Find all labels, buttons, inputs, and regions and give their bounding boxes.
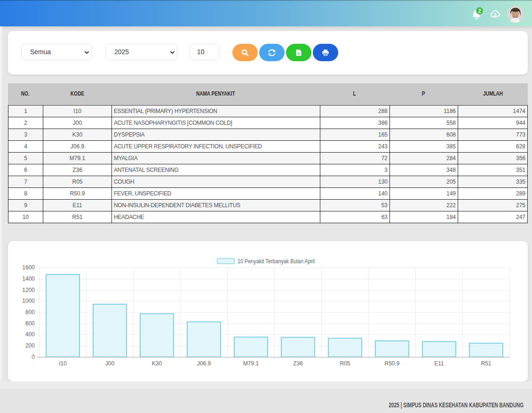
svg-text:M79.1: M79.1 [243,360,259,367]
svg-text:1400: 1400 [22,275,35,282]
svg-text:x: x [298,51,300,55]
svg-text:J06.9: J06.9 [197,360,211,367]
svg-text:1000: 1000 [22,298,35,304]
svg-text:1200: 1200 [22,287,35,293]
svg-text:10 Penyakit Terbanyak Bulan Ap: 10 Penyakit Terbanyak Bulan April [238,258,315,265]
svg-text:600: 600 [25,320,35,327]
svg-text:K30: K30 [152,360,162,367]
svg-text:1600: 1600 [22,264,35,271]
svg-text:400: 400 [25,331,35,338]
svg-text:200: 200 [25,342,35,349]
svg-text:R51: R51 [481,360,491,367]
svg-text:R05: R05 [340,360,350,367]
svg-text:0: 0 [32,354,35,360]
svg-text:800: 800 [25,309,35,316]
svg-text:2: 2 [478,8,481,14]
svg-text:J00: J00 [105,360,115,367]
svg-text:E11: E11 [434,360,444,367]
svg-text:R50.9: R50.9 [384,360,399,367]
svg-text:Z36: Z36 [293,360,303,367]
svg-text:I10: I10 [59,360,67,367]
